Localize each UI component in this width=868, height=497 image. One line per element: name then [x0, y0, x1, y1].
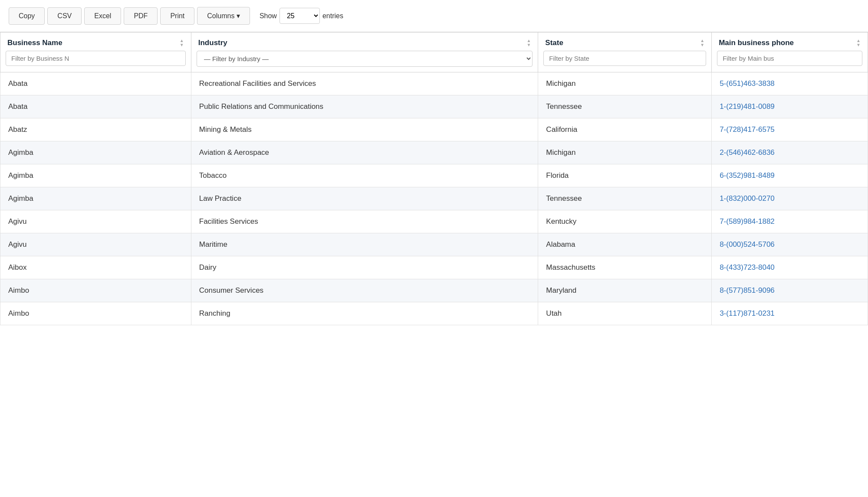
- columns-button[interactable]: Columns ▾: [197, 7, 250, 25]
- cell-industry: Consumer Services: [191, 279, 538, 302]
- phone-link[interactable]: 6-(352)981-8489: [720, 171, 775, 180]
- phone-link[interactable]: 2-(546)462-6836: [720, 148, 775, 157]
- phone-link[interactable]: 7-(728)417-6575: [720, 125, 775, 134]
- phone-link[interactable]: 5-(651)463-3838: [720, 79, 775, 88]
- th-state: State ▲ ▼: [538, 33, 712, 72]
- cell-business: Agimba: [0, 141, 191, 164]
- pdf-button[interactable]: PDF: [124, 7, 158, 25]
- col-business-label: Business Name: [7, 39, 62, 47]
- excel-button[interactable]: Excel: [84, 7, 121, 25]
- sort-arrows-business[interactable]: ▲ ▼: [180, 39, 184, 47]
- table-row: AgimbaAviation & AerospaceMichigan2-(546…: [0, 141, 868, 164]
- cell-phone[interactable]: 7-(589)984-1882: [712, 210, 868, 233]
- table-row: AbatzMining & MetalsCalifornia7-(728)417…: [0, 118, 868, 141]
- data-table: Business Name ▲ ▼: [0, 32, 868, 325]
- cell-state: Utah: [538, 302, 712, 325]
- cell-business: Agimba: [0, 164, 191, 187]
- print-button[interactable]: Print: [160, 7, 194, 25]
- phone-link[interactable]: 3-(117)871-0231: [720, 309, 775, 317]
- table-wrapper: Business Name ▲ ▼: [0, 32, 868, 325]
- cell-phone[interactable]: 8-(577)851-9096: [712, 279, 868, 302]
- cell-business: Abatz: [0, 118, 191, 141]
- filter-state-input[interactable]: [543, 51, 706, 66]
- cell-state: Maryland: [538, 279, 712, 302]
- sort-arrows-industry[interactable]: ▲ ▼: [526, 39, 531, 47]
- table-row: AbataRecreational Facilities and Service…: [0, 72, 868, 95]
- filter-business-input[interactable]: [6, 51, 186, 66]
- phone-link[interactable]: 7-(589)984-1882: [720, 217, 775, 226]
- table-row: AgimbaLaw PracticeTennessee1-(832)000-02…: [0, 187, 868, 210]
- cell-industry: Facilities Services: [191, 210, 538, 233]
- cell-state: Massachusetts: [538, 256, 712, 279]
- entries-label: entries: [322, 12, 343, 20]
- cell-industry: Recreational Facilities and Services: [191, 72, 538, 95]
- col-state-label: State: [545, 39, 563, 47]
- cell-state: Tennessee: [538, 95, 712, 118]
- cell-industry: Aviation & Aerospace: [191, 141, 538, 164]
- cell-state: Kentucky: [538, 210, 712, 233]
- table-body: AbataRecreational Facilities and Service…: [0, 72, 868, 325]
- cell-business: Aimbo: [0, 279, 191, 302]
- cell-phone[interactable]: 8-(433)723-8040: [712, 256, 868, 279]
- show-select[interactable]: 10 25 50 100: [279, 8, 320, 24]
- cell-industry: Mining & Metals: [191, 118, 538, 141]
- cell-business: Agimba: [0, 187, 191, 210]
- cell-state: Tennessee: [538, 187, 712, 210]
- cell-phone[interactable]: 1-(832)000-0270: [712, 187, 868, 210]
- filter-industry-select[interactable]: — Filter by Industry —: [197, 51, 533, 67]
- cell-business: Aimbo: [0, 302, 191, 325]
- cell-business: Abata: [0, 95, 191, 118]
- csv-button[interactable]: CSV: [47, 7, 82, 25]
- cell-phone[interactable]: 1-(219)481-0089: [712, 95, 868, 118]
- cell-state: Alabama: [538, 233, 712, 256]
- cell-phone[interactable]: 7-(728)417-6575: [712, 118, 868, 141]
- col-industry-label: Industry: [198, 39, 227, 47]
- copy-button[interactable]: Copy: [9, 7, 45, 25]
- cell-industry: Dairy: [191, 256, 538, 279]
- phone-link[interactable]: 1-(219)481-0089: [720, 102, 775, 111]
- cell-phone[interactable]: 8-(000)524-5706: [712, 233, 868, 256]
- table-header-row: Business Name ▲ ▼: [0, 33, 868, 72]
- cell-business: Agivu: [0, 210, 191, 233]
- th-industry: Industry ▲ ▼ — Filter by Industry —: [191, 33, 538, 72]
- cell-business: Aibox: [0, 256, 191, 279]
- cell-industry: Law Practice: [191, 187, 538, 210]
- filter-phone-input[interactable]: [717, 51, 862, 66]
- sort-arrows-phone[interactable]: ▲ ▼: [856, 39, 861, 47]
- th-business: Business Name ▲ ▼: [0, 33, 191, 72]
- cell-phone[interactable]: 2-(546)462-6836: [712, 141, 868, 164]
- cell-phone[interactable]: 6-(352)981-8489: [712, 164, 868, 187]
- toolbar: Copy CSV Excel PDF Print Columns ▾ Show …: [0, 0, 868, 32]
- col-phone-label: Main business phone: [719, 39, 794, 47]
- table-row: AbataPublic Relations and Communications…: [0, 95, 868, 118]
- th-phone: Main business phone ▲ ▼: [712, 33, 868, 72]
- table-row: AgivuFacilities ServicesKentucky7-(589)9…: [0, 210, 868, 233]
- phone-link[interactable]: 8-(000)524-5706: [720, 240, 775, 248]
- show-label: Show: [260, 12, 277, 20]
- cell-industry: Maritime: [191, 233, 538, 256]
- cell-phone[interactable]: 3-(117)871-0231: [712, 302, 868, 325]
- phone-link[interactable]: 8-(577)851-9096: [720, 286, 775, 294]
- cell-industry: Tobacco: [191, 164, 538, 187]
- cell-state: Michigan: [538, 141, 712, 164]
- cell-state: Florida: [538, 164, 712, 187]
- table-row: AimboConsumer ServicesMaryland8-(577)851…: [0, 279, 868, 302]
- cell-industry: Public Relations and Communications: [191, 95, 538, 118]
- sort-arrows-state[interactable]: ▲ ▼: [700, 39, 704, 47]
- phone-link[interactable]: 1-(832)000-0270: [720, 194, 775, 203]
- cell-business: Abata: [0, 72, 191, 95]
- cell-industry: Ranching: [191, 302, 538, 325]
- cell-state: Michigan: [538, 72, 712, 95]
- table-row: AgivuMaritimeAlabama8-(000)524-5706: [0, 233, 868, 256]
- cell-state: California: [538, 118, 712, 141]
- cell-business: Agivu: [0, 233, 191, 256]
- table-row: AgimbaTobaccoFlorida6-(352)981-8489: [0, 164, 868, 187]
- table-row: AiboxDairyMassachusetts8-(433)723-8040: [0, 256, 868, 279]
- table-row: AimboRanchingUtah3-(117)871-0231: [0, 302, 868, 325]
- cell-phone[interactable]: 5-(651)463-3838: [712, 72, 868, 95]
- phone-link[interactable]: 8-(433)723-8040: [720, 263, 775, 271]
